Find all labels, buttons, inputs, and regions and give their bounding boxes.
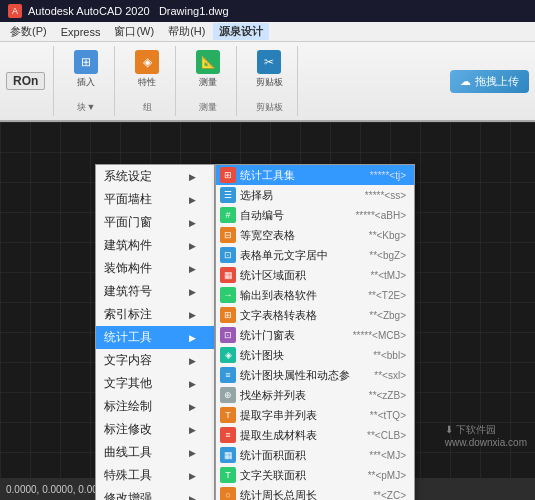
submenu-item-export-table[interactable]: → 输出到表格软件 **<T2E>	[216, 285, 414, 305]
shortcut-toolset: *****<tj>	[360, 170, 406, 181]
submenu-label: 表格单元文字居中	[240, 248, 328, 263]
arrow-icon: ▶	[189, 379, 196, 389]
insert-button[interactable]: ⊞ 插入	[66, 48, 106, 91]
submenu-item-coord-list[interactable]: ⊕ 找坐标并列表 **<zZB>	[216, 385, 414, 405]
clip-group-label: 剪贴板	[256, 101, 283, 114]
shortcut-export-table: **<T2E>	[358, 290, 406, 301]
ron-label: ROn	[6, 72, 45, 90]
shortcut-area-sum: ***<MJ>	[359, 450, 406, 461]
shortcut-door-window: *****<MCB>	[343, 330, 406, 341]
coords-display: 0.0000, 0.0000, 0.0000	[6, 484, 109, 495]
sub-icon-area-stats: ▦	[220, 267, 236, 283]
sub-icon-material: ≡	[220, 427, 236, 443]
menu-system-settings[interactable]: 系统设定 ▶	[96, 165, 214, 188]
menu-flat-windows[interactable]: 平面门窗 ▶	[96, 211, 214, 234]
arrow-icon: ▶	[189, 356, 196, 366]
title-text: Autodesk AutoCAD 2020 Drawing1.dwg	[28, 5, 229, 17]
shortcut-select: *****<ss>	[355, 190, 406, 201]
measure-button[interactable]: 📐 测量	[188, 48, 228, 91]
shortcut-block-attrs: **<sxl>	[364, 370, 406, 381]
props-label: 特性	[138, 76, 156, 89]
submenu-label: 统计门窗表	[240, 328, 295, 343]
submenu-label: 统计区域面积	[240, 268, 306, 283]
submenu-item-text-table[interactable]: ⊞ 文字表格转表格 **<Zbg>	[216, 305, 414, 325]
menu-bar: 参数(P) Express 窗口(W) 帮助(H) 源泉设计	[0, 22, 535, 42]
arrow-icon: ▶	[189, 494, 196, 501]
submenu-item-cell-center[interactable]: ⊡ 表格单元文字居中 **<bgZ>	[216, 245, 414, 265]
arrow-icon: ▶	[189, 241, 196, 251]
shortcut-count-block: **<bbl>	[363, 350, 406, 361]
arrow-icon: ▶	[189, 172, 196, 182]
submenu-item-autonumber[interactable]: # 自动编号 *****<aBH>	[216, 205, 414, 225]
shortcut-area-stats: **<tMJ>	[360, 270, 406, 281]
clip-icon: ✂	[257, 50, 281, 74]
menu-flat-walls[interactable]: 平面墙柱 ▶	[96, 188, 214, 211]
menu-curve-tools[interactable]: 曲线工具 ▶	[96, 441, 214, 464]
menu-building-symbols[interactable]: 建筑符号 ▶	[96, 280, 214, 303]
menu-source[interactable]: 源泉设计	[213, 23, 269, 40]
shortcut-text-area: **<pMJ>	[358, 470, 406, 481]
measure-icon: 📐	[196, 50, 220, 74]
submenu-item-area-stats[interactable]: ▦ 统计区域面积 **<tMJ>	[216, 265, 414, 285]
shortcut-autonumber: *****<aBH>	[345, 210, 406, 221]
menu-dim-draw[interactable]: 标注绘制 ▶	[96, 395, 214, 418]
props-group-label: 组	[143, 101, 152, 114]
submenu-item-block-attrs[interactable]: ≡ 统计图块属性和动态参 **<sxl>	[216, 365, 414, 385]
ribbon-group-insert: ⊞ 插入 块▼	[58, 46, 115, 116]
arrow-icon: ▶	[189, 195, 196, 205]
upload-button[interactable]: ☁ 拖拽上传	[450, 70, 529, 93]
menu-params[interactable]: 参数(P)	[4, 23, 53, 40]
arrow-icon: ▶	[189, 218, 196, 228]
submenu-item-area-sum[interactable]: ▦ 统计面积面积 ***<MJ>	[216, 445, 414, 465]
block-group-label: 块▼	[77, 101, 95, 114]
sub-icon-door-window: ⊡	[220, 327, 236, 343]
sub-icon-perimeter: ○	[220, 487, 236, 500]
menu-building-parts[interactable]: 建筑构件 ▶	[96, 234, 214, 257]
arrow-icon: ▶	[189, 264, 196, 274]
submenu-item-door-window[interactable]: ⊡ 统计门窗表 *****<MCB>	[216, 325, 414, 345]
props-button[interactable]: ◈ 特性	[127, 48, 167, 91]
shortcut-perimeter: **<ZC>	[363, 490, 406, 501]
submenu-item-text-area[interactable]: T 文字关联面积 **<pMJ>	[216, 465, 414, 485]
submenu-label: 统计工具集	[240, 168, 295, 183]
shortcut-cell-center: **<bgZ>	[359, 250, 406, 261]
right-submenu[interactable]: ⊞ 统计工具集 *****<tj> ☰ 选择易 *****<ss> # 自动编号…	[215, 164, 415, 500]
title-bar: A Autodesk AutoCAD 2020 Drawing1.dwg	[0, 0, 535, 22]
menu-text-content[interactable]: 文字内容 ▶	[96, 349, 214, 372]
menu-stats-tools[interactable]: 统计工具 ▶	[96, 326, 214, 349]
submenu-item-material[interactable]: ≡ 提取生成材料表 **<CLB>	[216, 425, 414, 445]
menu-index-labels[interactable]: 索引标注 ▶	[96, 303, 214, 326]
left-context-menu[interactable]: 系统设定 ▶ 平面墙柱 ▶ 平面门窗 ▶ 建筑构件 ▶ 装饰构件 ▶ 建筑符号 …	[95, 164, 215, 500]
insert-label: 插入	[77, 76, 95, 89]
submenu-item-perimeter[interactable]: ○ 统计周长总周长 **<ZC>	[216, 485, 414, 500]
menu-special-tools[interactable]: 特殊工具 ▶	[96, 464, 214, 487]
shortcut-text-table: **<Zbg>	[359, 310, 406, 321]
sub-icon-autonumber: #	[220, 207, 236, 223]
sub-icon-count-block: ◈	[220, 347, 236, 363]
clip-label: 剪贴板	[256, 76, 283, 89]
submenu-item-count-block[interactable]: ◈ 统计图块 **<bbl>	[216, 345, 414, 365]
arrow-icon: ▶	[189, 402, 196, 412]
shortcut-material: **<CLB>	[357, 430, 406, 441]
submenu-item-equal-table[interactable]: ⊟ 等宽空表格 **<Kbg>	[216, 225, 414, 245]
menu-dim-modify[interactable]: 标注修改 ▶	[96, 418, 214, 441]
sub-icon-block-attrs: ≡	[220, 367, 236, 383]
sub-icon-toolset: ⊞	[220, 167, 236, 183]
ribbon-group-clip: ✂ 剪贴板 剪贴板	[241, 46, 298, 116]
sub-icon-extract-str: T	[220, 407, 236, 423]
sub-icon-cell-center: ⊡	[220, 247, 236, 263]
clip-button[interactable]: ✂ 剪贴板	[249, 48, 289, 91]
shortcut-equal-table: **<Kbg>	[359, 230, 406, 241]
submenu-item-extract-str[interactable]: T 提取字串并列表 **<tTQ>	[216, 405, 414, 425]
submenu-item-select[interactable]: ☰ 选择易 *****<ss>	[216, 185, 414, 205]
menu-text-other[interactable]: 文字其他 ▶	[96, 372, 214, 395]
submenu-item-toolset[interactable]: ⊞ 统计工具集 *****<tj>	[216, 165, 414, 185]
menu-window[interactable]: 窗口(W)	[108, 23, 160, 40]
menu-modify-enhance[interactable]: 修改增强 ▶	[96, 487, 214, 500]
menu-help[interactable]: 帮助(H)	[162, 23, 211, 40]
menu-decoration[interactable]: 装饰构件 ▶	[96, 257, 214, 280]
ribbon-group-props: ◈ 特性 组	[119, 46, 176, 116]
submenu-label: 提取生成材料表	[240, 428, 317, 443]
arrow-icon: ▶	[189, 310, 196, 320]
menu-express[interactable]: Express	[55, 25, 107, 39]
